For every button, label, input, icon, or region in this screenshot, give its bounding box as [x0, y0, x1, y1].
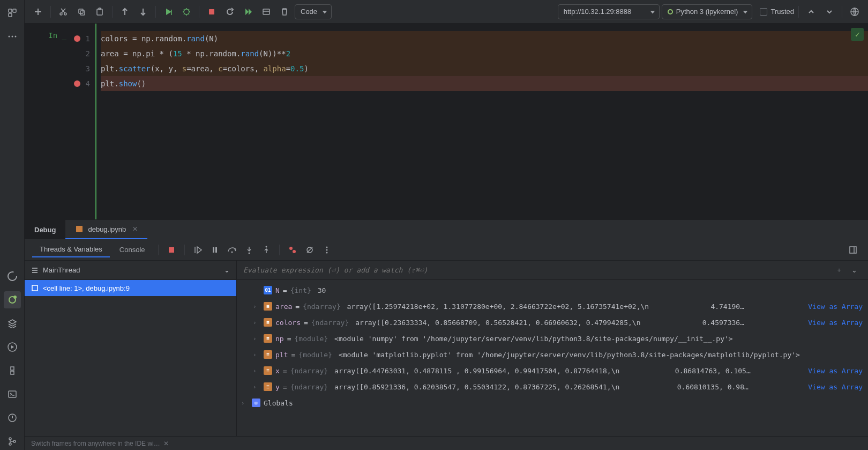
view-as-array-link[interactable]: View as Array	[808, 303, 868, 311]
array-icon: ≡	[264, 366, 272, 375]
evaluate-row: + ⌄	[237, 261, 868, 280]
code-editor[interactable]: In _ 1 2 3 4 colors = np.random.rand(N) …	[25, 24, 868, 219]
mute-breakpoints-button[interactable]	[302, 242, 317, 257]
svg-point-32	[289, 247, 293, 250]
cell-type-select[interactable]: Code	[295, 4, 332, 19]
python-icon[interactable]	[4, 362, 21, 379]
view-as-array-link[interactable]: View as Array	[808, 319, 868, 327]
restart-button[interactable]	[222, 4, 238, 20]
var-row[interactable]: › ≡ y = {ndarray} array([0.85921336, 0.6…	[237, 379, 868, 395]
sub-tab-threads[interactable]: Threads & Variables	[32, 242, 110, 257]
stop-debug-button[interactable]	[164, 242, 179, 257]
run-cell-button[interactable]	[160, 4, 176, 20]
layout-button[interactable]	[845, 242, 860, 257]
add-cell-button[interactable]	[30, 4, 46, 20]
svg-point-37	[326, 252, 327, 253]
variables-list: 01 N = {int} 30 › ≡ area = {ndarray} arr…	[237, 280, 868, 436]
stop-button[interactable]	[204, 4, 220, 20]
collapse-down-button[interactable]	[821, 4, 837, 20]
chevron-right-icon[interactable]: ›	[253, 351, 260, 358]
resume-button[interactable]	[190, 242, 205, 257]
breakpoint-icon[interactable]	[74, 80, 80, 87]
loading-icon[interactable]	[4, 268, 21, 285]
run-icon[interactable]	[4, 338, 21, 356]
debug-icon[interactable]	[4, 291, 21, 308]
close-icon[interactable]: ✕	[163, 440, 169, 447]
stack-frame[interactable]: <cell line: 1>, debug.ipynb:9	[25, 280, 236, 296]
chevron-right-icon[interactable]: ›	[253, 335, 260, 342]
code-content[interactable]: colors = np.random.rand(N) area = np.pi …	[95, 24, 868, 219]
paste-button[interactable]	[92, 4, 108, 20]
step-into-button[interactable]	[242, 242, 257, 257]
svg-point-6	[8, 272, 17, 281]
server-url-field[interactable]: http://10.32.1.29:8888	[558, 4, 660, 19]
globe-icon[interactable]	[847, 4, 863, 20]
status-text: Switch frames from anywhere in the IDE w…	[31, 440, 160, 447]
run-all-button[interactable]	[240, 4, 256, 20]
sub-tab-console[interactable]: Console	[112, 242, 153, 257]
pause-button[interactable]	[207, 242, 222, 257]
copy-button[interactable]	[73, 4, 89, 20]
var-row[interactable]: › ≡ np = {module} <module 'numpy' from '…	[237, 330, 868, 346]
chevron-right-icon[interactable]: ›	[253, 367, 260, 374]
svg-point-21	[184, 9, 189, 14]
trust-toggle[interactable]: Trusted	[760, 8, 794, 16]
collapse-up-button[interactable]	[803, 4, 819, 20]
chevron-right-icon[interactable]: ›	[253, 319, 260, 326]
breakpoint-icon[interactable]	[74, 35, 80, 42]
terminal-icon[interactable]	[4, 386, 21, 403]
chevron-right-icon[interactable]: ›	[253, 303, 260, 310]
var-row[interactable]: › ≡ colors = {ndarray} array([0.23633334…	[237, 314, 868, 330]
tab-debug[interactable]: Debug	[25, 220, 65, 239]
svg-point-36	[326, 249, 327, 250]
kernel-label: Python 3 (ipykernel)	[676, 8, 738, 16]
svg-rect-23	[263, 9, 270, 14]
var-row-globals[interactable]: › ⊞ Globals	[237, 395, 868, 411]
panel-tab-bar: Debug debug.ipynb ✕	[25, 220, 868, 239]
var-row[interactable]: › ≡ area = {ndarray} array([1.25974218e+…	[237, 298, 868, 314]
add-watch-button[interactable]: +	[832, 263, 847, 278]
left-tool-rail	[0, 0, 25, 450]
cut-button[interactable]	[55, 4, 71, 20]
move-down-button[interactable]	[135, 4, 151, 20]
evaluate-input[interactable]	[243, 266, 832, 274]
step-over-button[interactable]	[225, 242, 240, 257]
view-as-array-link[interactable]: View as Array	[808, 383, 868, 391]
url-value: http://10.32.1.29:8888	[564, 8, 632, 16]
svg-point-8	[13, 296, 17, 299]
svg-point-35	[326, 246, 327, 248]
more-debug-button[interactable]	[319, 242, 334, 257]
tab-debug-file[interactable]: debug.ipynb ✕	[65, 220, 147, 239]
var-row[interactable]: 01 N = {int} 30	[237, 282, 868, 298]
chevron-down-icon: ⌄	[224, 266, 230, 274]
debug-cell-button[interactable]	[178, 4, 194, 20]
variables-button[interactable]	[258, 4, 274, 20]
svg-point-16	[64, 13, 66, 15]
svg-rect-2	[9, 13, 12, 17]
delete-button[interactable]	[276, 4, 293, 20]
svg-rect-38	[850, 247, 856, 253]
close-icon[interactable]: ✕	[132, 225, 138, 233]
chevron-right-icon[interactable]: ›	[253, 383, 260, 390]
var-row[interactable]: › ≡ x = {ndarray} array([0.44763031, 0.4…	[237, 363, 868, 379]
problems-icon[interactable]	[4, 409, 21, 426]
move-up-button[interactable]	[117, 4, 133, 20]
thread-selector[interactable]: MainThread ⌄	[25, 261, 236, 280]
svg-rect-28	[215, 247, 217, 253]
notebook-icon	[75, 225, 84, 233]
chevron-right-icon[interactable]: ›	[241, 400, 249, 407]
threads-column: MainThread ⌄ <cell line: 1>, debug.ipynb…	[25, 261, 237, 436]
svg-rect-1	[13, 9, 16, 12]
view-breakpoints-button[interactable]	[285, 242, 300, 257]
step-out-button[interactable]	[259, 242, 274, 257]
projects-icon[interactable]	[4, 4, 21, 21]
expand-vars-button[interactable]: ⌄	[847, 263, 862, 278]
view-as-array-link[interactable]: View as Array	[808, 367, 868, 375]
more-icon[interactable]	[4, 28, 21, 45]
var-row[interactable]: › ≡ plt = {module} <module 'matplotlib.p…	[237, 346, 868, 363]
line-number: 3	[86, 64, 90, 73]
stack-icon[interactable]	[4, 315, 21, 332]
svg-point-5	[14, 36, 16, 38]
kernel-select[interactable]: Python 3 (ipykernel)	[662, 4, 753, 19]
vcs-icon[interactable]	[4, 433, 21, 450]
